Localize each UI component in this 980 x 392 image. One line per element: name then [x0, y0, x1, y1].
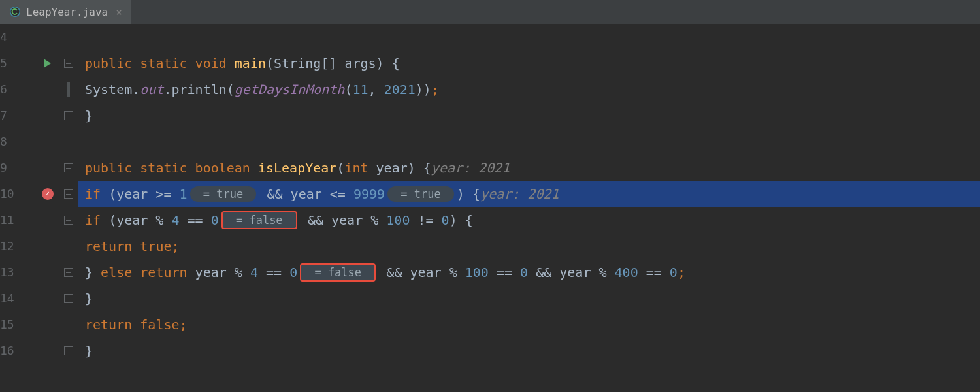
debug-value-pill[interactable]: = true	[190, 186, 257, 202]
line-number[interactable]: 7	[0, 103, 29, 129]
tab-bar: LeapYear.java ×	[0, 0, 980, 24]
code-line[interactable]: if (year % 4 == 0 = false && year % 100 …	[78, 207, 980, 233]
fold-icon	[64, 268, 73, 277]
code-line[interactable]: }	[78, 338, 980, 364]
code-line[interactable]: } else return year % 4 == 0 = false && y…	[78, 259, 980, 286]
line-number[interactable]: 13	[0, 259, 29, 286]
gutter-cell[interactable]	[67, 76, 70, 103]
fold-toggle[interactable]	[64, 286, 73, 312]
number-literal: 100	[386, 207, 417, 233]
code-area[interactable]: public static void main(String[] args) {…	[78, 24, 980, 392]
editor-root: LeapYear.java × 4 5 6 7 8 9 10 11 12 13 …	[0, 0, 980, 392]
number-literal: 100	[465, 259, 497, 286]
line-number[interactable]: 15	[0, 312, 29, 338]
brace: }	[85, 338, 93, 364]
keyword: public	[85, 50, 140, 76]
number-literal: 0	[211, 207, 219, 233]
keyword: void	[195, 50, 235, 76]
number-literal: 0	[289, 259, 297, 286]
method-name: isLeapYear	[258, 155, 336, 181]
code-text: (String[] args) {	[266, 50, 400, 76]
debug-value-pill-highlighted[interactable]: = false	[300, 263, 376, 282]
number-literal: 9999	[353, 181, 385, 207]
fold-toggle[interactable]	[64, 181, 73, 207]
keyword: static	[140, 50, 195, 76]
code-text: (year >=	[108, 181, 179, 207]
semicolon: ;	[431, 76, 439, 103]
code-text: ))	[416, 76, 431, 103]
code-line[interactable]: }	[78, 103, 980, 129]
code-text: ) {	[408, 155, 431, 181]
fold-gutter	[59, 24, 78, 392]
line-number[interactable]: 14	[0, 286, 29, 312]
breakpoint-icon	[42, 188, 54, 200]
fold-toggle[interactable]	[64, 103, 73, 129]
keyword: return	[85, 233, 140, 259]
line-number[interactable]: 6	[0, 76, 29, 103]
line-number[interactable]: 11	[0, 207, 29, 233]
code-text: (year %	[108, 207, 171, 233]
method-name: main	[235, 50, 266, 76]
code-text: && year %	[300, 207, 386, 233]
line-number[interactable]: 16	[0, 338, 29, 364]
keyword: boolean	[195, 155, 258, 181]
code-text: (	[344, 76, 352, 103]
code-text: year %	[195, 259, 250, 286]
line-number[interactable]: 12	[0, 233, 29, 259]
code-text: !=	[417, 207, 441, 233]
line-number[interactable]: 9	[0, 155, 29, 181]
number-literal: 2021	[384, 76, 416, 103]
method-call: getDaysInMonth	[235, 76, 345, 103]
breakpoint-marker[interactable]	[42, 181, 54, 207]
code-line[interactable]: return false;	[78, 312, 980, 338]
fold-toggle[interactable]	[64, 259, 73, 286]
semicolon: ;	[171, 233, 179, 259]
number-literal: 1	[180, 181, 188, 207]
code-text: ==	[646, 259, 670, 286]
brace: }	[85, 286, 93, 312]
code-text: && year %	[536, 259, 614, 286]
param: year	[376, 155, 408, 181]
line-number[interactable]: 10	[0, 181, 29, 207]
keyword: public	[85, 155, 140, 181]
code-line[interactable]: }	[78, 286, 980, 312]
code-line[interactable]: public static boolean isLeapYear(int yea…	[78, 155, 980, 181]
fold-icon	[64, 163, 73, 172]
code-text: (	[336, 155, 344, 181]
line-number-gutter: 4 5 6 7 8 9 10 11 12 13 14 15 16	[0, 24, 36, 392]
line-number[interactable]: 8	[0, 129, 29, 155]
run-icon	[44, 59, 51, 68]
run-line-button[interactable]	[44, 50, 51, 76]
fold-icon	[64, 216, 73, 225]
debug-value-pill[interactable]: = true	[387, 186, 454, 202]
file-tab[interactable]: LeapYear.java ×	[0, 0, 131, 24]
code-line[interactable]: System.out.println(getDaysInMonth(11, 20…	[78, 76, 980, 103]
fold-icon	[64, 189, 73, 199]
number-literal: 0	[670, 259, 678, 286]
fold-toggle[interactable]	[64, 50, 73, 76]
code-line[interactable]	[78, 24, 980, 50]
debug-value-pill-highlighted[interactable]: = false	[221, 211, 297, 229]
code-text: ,	[368, 76, 384, 103]
line-number[interactable]: 4	[0, 24, 29, 50]
code-line[interactable]: return true;	[78, 233, 980, 259]
keyword: if	[85, 181, 108, 207]
number-literal: 4	[250, 259, 266, 286]
brace: }	[85, 103, 93, 129]
current-execution-line[interactable]: if (year >= 1 = true && year <= 9999 = t…	[78, 181, 980, 207]
number-literal: 0	[442, 207, 449, 233]
field-ref: out	[140, 76, 163, 103]
fold-toggle[interactable]	[64, 207, 73, 233]
keyword: return	[140, 259, 195, 286]
keyword: else	[101, 259, 140, 286]
code-line[interactable]: public static void main(String[] args) {	[78, 50, 980, 76]
fold-toggle[interactable]	[64, 155, 73, 181]
line-number[interactable]: 5	[0, 50, 29, 76]
keyword: static	[140, 155, 195, 181]
keyword: return	[85, 312, 140, 338]
close-tab-icon[interactable]: ×	[116, 6, 122, 18]
code-text: && year <=	[259, 181, 353, 207]
code-line[interactable]	[78, 129, 980, 155]
fold-toggle[interactable]	[64, 338, 73, 364]
fold-icon	[64, 294, 73, 303]
